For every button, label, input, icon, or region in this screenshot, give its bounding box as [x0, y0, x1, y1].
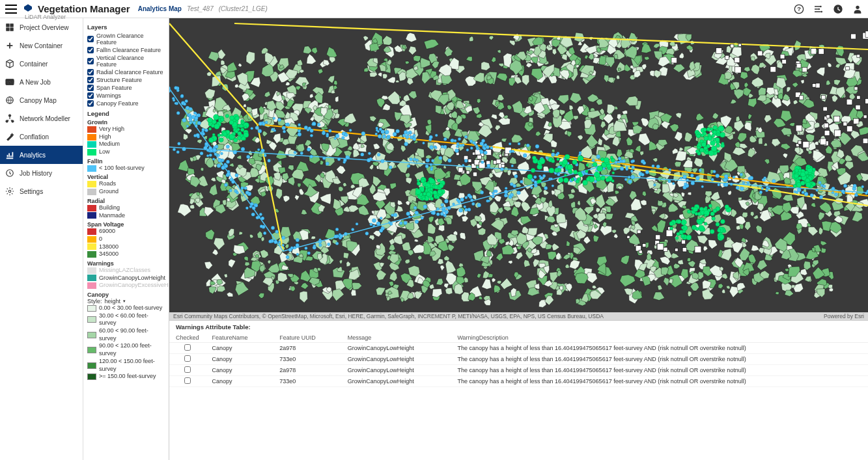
svg-point-2425: [265, 121, 268, 124]
table-header[interactable]: WarningDescription: [451, 333, 868, 343]
breadcrumb-test[interactable]: Test_487: [187, 5, 214, 12]
svg-point-2494: [511, 165, 514, 167]
menu-toggle-icon[interactable]: [5, 5, 17, 14]
layer-toggle[interactable]: GrowIn Clearance Feature: [87, 32, 165, 46]
svg-point-2202: [182, 118, 186, 122]
row-checkbox[interactable]: [184, 344, 191, 351]
svg-point-2524: [492, 192, 494, 195]
nav-network-modeller[interactable]: Network Modeller: [0, 109, 83, 128]
svg-point-2443: [249, 206, 252, 208]
svg-rect-2143: [824, 123, 828, 128]
table-header[interactable]: Checked: [169, 333, 206, 343]
svg-point-2435: [307, 252, 311, 255]
svg-point-2841: [713, 126, 718, 130]
nav-conflation[interactable]: Conflation: [0, 128, 83, 146]
table-row[interactable]: Canopy733e0GrowinCanopyLowHeightThe cano…: [169, 376, 868, 387]
warnings-table[interactable]: CheckedFeatureNameFeature UUIDMessageWar…: [169, 333, 868, 387]
nav-project-overview[interactable]: Project Overview: [0, 18, 83, 36]
layer-checkbox[interactable]: [87, 36, 94, 42]
svg-point-2587: [215, 145, 218, 148]
svg-point-2621: [469, 140, 473, 143]
tune-icon[interactable]: [813, 4, 824, 14]
layer-checkbox[interactable]: [87, 58, 94, 64]
row-checkbox[interactable]: [184, 366, 191, 373]
layer-toggle[interactable]: Vertical Clearance Feature: [87, 54, 165, 68]
analytics-map[interactable]: Esri Community Maps Contributors, © Open…: [169, 18, 868, 320]
svg-point-2241: [551, 153, 555, 157]
nav-a-new-job[interactable]: NEWA New Job: [0, 73, 83, 91]
svg-point-2440: [523, 154, 527, 157]
layer-checkbox[interactable]: [87, 92, 94, 99]
layer-toggle[interactable]: Span Feature: [87, 84, 165, 92]
svg-point-2181: [466, 148, 469, 151]
nav-settings[interactable]: Settings: [0, 182, 83, 200]
layer-toggle[interactable]: FallIn Clearance Feature: [87, 46, 165, 54]
svg-point-2901: [798, 176, 802, 180]
svg-point-2264: [624, 178, 627, 181]
svg-point-2543: [361, 131, 365, 135]
svg-point-2848: [704, 136, 708, 141]
svg-point-2599: [513, 184, 516, 187]
svg-point-2522: [477, 203, 481, 207]
svg-point-2402: [298, 124, 300, 126]
layer-toggle[interactable]: Warnings: [87, 92, 165, 100]
table-header[interactable]: Message: [341, 333, 451, 343]
map-canvas[interactable]: [169, 18, 868, 320]
svg-point-2386: [816, 189, 819, 192]
svg-rect-2125: [854, 87, 858, 90]
svg-point-2279: [436, 213, 440, 216]
svg-point-2369: [682, 175, 686, 179]
svg-rect-2166: [666, 230, 673, 236]
svg-point-2558: [213, 148, 217, 152]
svg-point-2835: [706, 150, 708, 152]
svg-rect-2089: [802, 67, 807, 72]
svg-point-2263: [797, 188, 801, 192]
svg-point-2643: [444, 199, 448, 203]
nav-canopy-map[interactable]: Canopy Map: [0, 91, 83, 109]
account-icon[interactable]: [852, 4, 863, 14]
breadcrumb-cluster[interactable]: (Cluster21_LGE): [219, 5, 268, 12]
svg-point-2510: [861, 185, 864, 188]
layer-toggle[interactable]: Canopy Feature: [87, 100, 165, 107]
svg-point-2326: [402, 134, 406, 137]
layer-checkbox[interactable]: [87, 47, 94, 53]
layer-checkbox[interactable]: [87, 77, 94, 83]
svg-point-2964: [436, 195, 440, 198]
canopy-style-selector[interactable]: Style:height▾: [87, 298, 165, 304]
history-icon[interactable]: [833, 4, 843, 14]
table-row[interactable]: Canopy733e0GrowinCanopyLowHeightThe cano…: [169, 354, 868, 365]
nav-new-container[interactable]: New Container: [0, 36, 83, 55]
table-header[interactable]: Feature UUID: [273, 333, 341, 343]
layer-toggle[interactable]: Structure Feature: [87, 76, 165, 84]
layer-toggle[interactable]: Radial Clearance Feature: [87, 68, 165, 76]
svg-rect-2121: [823, 107, 827, 111]
svg-point-2278: [334, 137, 337, 140]
row-checkbox[interactable]: [184, 355, 191, 362]
layer-checkbox[interactable]: [87, 100, 94, 107]
svg-rect-2152: [466, 170, 469, 174]
nav-job-history[interactable]: Job History: [0, 164, 83, 182]
svg-point-2592: [436, 208, 439, 210]
svg-point-2444: [341, 136, 344, 139]
layer-checkbox[interactable]: [87, 69, 94, 75]
help-icon[interactable]: ?: [794, 4, 804, 14]
svg-point-2417: [455, 149, 459, 153]
svg-point-2460: [723, 178, 727, 182]
svg-point-2322: [255, 126, 259, 130]
svg-point-2: [820, 5, 822, 7]
table-header[interactable]: FeatureName: [206, 333, 273, 343]
table-row[interactable]: Canopy2a978GrowinCanopyLowHeightThe cano…: [169, 365, 868, 376]
table-row[interactable]: Canopy2a978GrowinCanopyLowHeightThe cano…: [169, 343, 868, 354]
svg-point-2349: [822, 185, 826, 188]
nav-container[interactable]: Container: [0, 55, 83, 73]
svg-point-2891: [800, 181, 805, 185]
breadcrumb-page[interactable]: Analytics Map: [138, 5, 182, 12]
svg-point-2499: [177, 142, 180, 145]
layer-checkbox[interactable]: [87, 85, 94, 91]
row-checkbox[interactable]: [184, 377, 191, 384]
svg-point-2632: [413, 158, 416, 161]
svg-point-2575: [386, 137, 389, 139]
legend-entry: Building: [87, 204, 165, 212]
nav-analytics[interactable]: Analytics: [0, 146, 83, 164]
svg-point-3029: [208, 118, 213, 123]
